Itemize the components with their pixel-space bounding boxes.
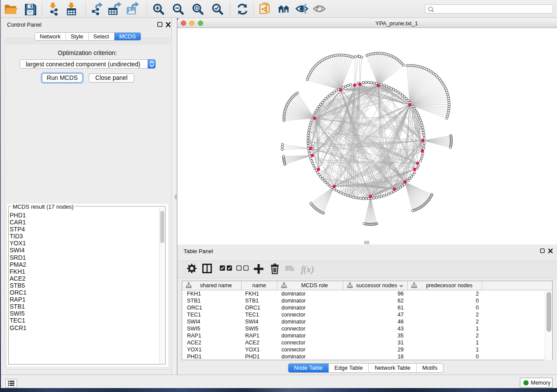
svg-text:f(x): f(x) — [301, 264, 314, 275]
